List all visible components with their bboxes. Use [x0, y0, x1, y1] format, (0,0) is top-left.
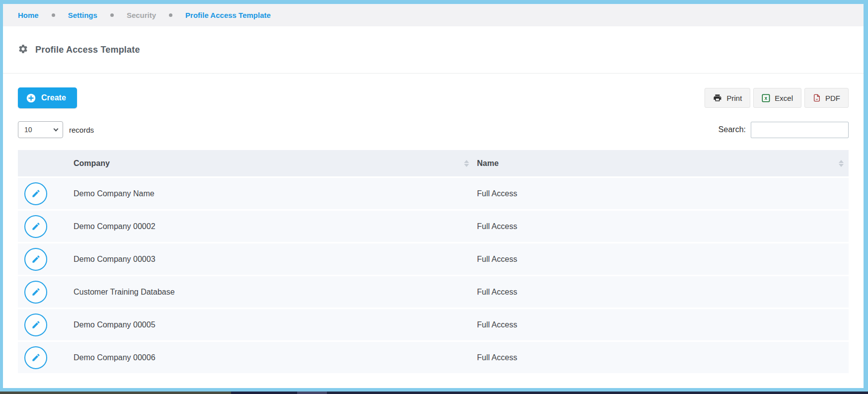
company-cell: Customer Training Database [74, 288, 477, 297]
table-header-row: Company Name [18, 150, 849, 178]
pdf-icon [813, 93, 821, 102]
page-header: Profile Access Template [3, 26, 864, 74]
edit-button[interactable] [24, 248, 47, 271]
table-header-name[interactable]: Name [477, 150, 849, 176]
table-row: Demo Company NameFull Access [18, 178, 849, 211]
row-actions-cell [18, 215, 74, 238]
row-actions-cell [18, 281, 74, 304]
sort-icon [464, 160, 469, 167]
export-button-label: Excel [775, 94, 793, 102]
pencil-icon [31, 222, 41, 231]
create-button-label: Create [41, 93, 66, 102]
pencil-icon [31, 189, 41, 198]
company-cell: Demo Company Name [74, 189, 477, 198]
data-table: Company Name Demo Company NameFull Acces… [18, 150, 849, 375]
svg-text:x: x [765, 95, 768, 101]
company-cell: Demo Company 00005 [74, 320, 477, 329]
breadcrumb-separator-icon [52, 13, 55, 17]
printer-icon [713, 93, 722, 102]
records-select-wrap: 10 [18, 121, 63, 138]
breadcrumb: HomeSettingsSecurityProfile Access Templ… [3, 4, 864, 26]
search-label: Search: [718, 125, 746, 134]
export-buttons: PrintxExcelPDF [705, 88, 849, 108]
company-cell: Demo Company 00006 [74, 353, 477, 362]
edit-button[interactable] [24, 215, 47, 238]
column-label: Company [74, 159, 110, 168]
page-frame: HomeSettingsSecurityProfile Access Templ… [3, 4, 864, 388]
company-cell: Demo Company 00002 [74, 222, 477, 231]
print-button[interactable]: Print [705, 88, 750, 108]
name-cell: Full Access [477, 353, 849, 362]
name-cell: Full Access [477, 320, 849, 329]
edit-button[interactable] [24, 346, 47, 369]
create-button[interactable]: Create [18, 87, 77, 108]
pencil-icon [31, 320, 41, 329]
taskbar-sliver [327, 392, 868, 394]
breadcrumb-separator-icon [110, 13, 114, 17]
gear-icon [18, 44, 28, 56]
company-cell: Demo Company 00003 [74, 255, 477, 264]
pencil-icon [31, 287, 41, 297]
export-button-label: Print [726, 94, 742, 102]
breadcrumb-item-security: Security [127, 11, 156, 19]
pencil-icon [31, 254, 41, 264]
content-area: Create PrintxExcelPDF 10 records Search: [3, 74, 864, 375]
row-actions-cell [18, 314, 74, 336]
table-row: Demo Company 00002Full Access [18, 211, 849, 243]
breadcrumb-item-home[interactable]: Home [18, 11, 39, 19]
breadcrumb-item-settings[interactable]: Settings [68, 11, 97, 19]
records-label: records [69, 126, 94, 134]
table-body: Demo Company NameFull AccessDemo Company… [18, 178, 849, 375]
breadcrumb-separator-icon [169, 13, 172, 17]
taskbar-sliver [297, 392, 327, 394]
table-row: Demo Company 00006Full Access [18, 342, 849, 375]
export-button-label: PDF [825, 94, 840, 102]
name-cell: Full Access [477, 288, 849, 297]
bottom-screen-edge [0, 392, 868, 394]
table-header-actions [18, 150, 74, 176]
name-cell: Full Access [477, 189, 849, 198]
taskbar-sliver [0, 392, 231, 394]
edit-button[interactable] [24, 314, 47, 336]
table-row: Demo Company 00003Full Access [18, 243, 849, 276]
column-label: Name [477, 159, 499, 168]
pencil-icon [31, 353, 41, 362]
row-actions-cell [18, 346, 74, 369]
records-per-page-select[interactable]: 10 [18, 121, 63, 138]
pdf-button[interactable]: PDF [804, 88, 849, 108]
table-row: Customer Training DatabaseFull Access [18, 276, 849, 309]
table-row: Demo Company 00005Full Access [18, 309, 849, 342]
plus-circle-icon [26, 93, 36, 103]
name-cell: Full Access [477, 222, 849, 231]
excel-button[interactable]: xExcel [753, 88, 801, 108]
sort-icon [839, 160, 844, 167]
excel-icon: x [762, 94, 770, 102]
edit-button[interactable] [24, 281, 47, 304]
row-actions-cell [18, 248, 74, 271]
table-header-company[interactable]: Company [74, 150, 477, 176]
taskbar-sliver [231, 392, 297, 394]
app-window: HomeSettingsSecurityProfile Access Templ… [0, 0, 868, 394]
row-actions-cell [18, 182, 74, 205]
breadcrumb-item-profile-access-template[interactable]: Profile Access Template [185, 11, 271, 19]
name-cell: Full Access [477, 255, 849, 264]
search-input[interactable] [751, 122, 849, 138]
page-title: Profile Access Template [35, 45, 140, 55]
edit-button[interactable] [24, 182, 47, 205]
